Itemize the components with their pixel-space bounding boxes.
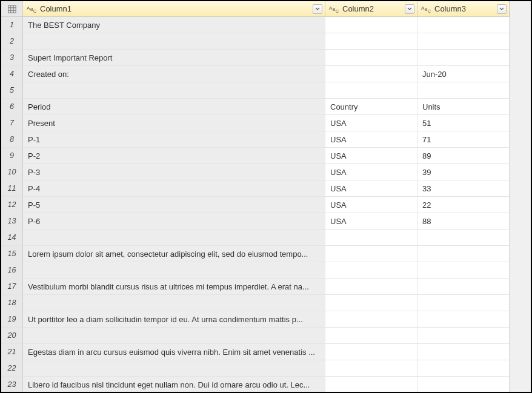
table-cell[interactable] (325, 328, 417, 344)
table-cell[interactable]: USA (325, 131, 417, 148)
column-filter-button[interactable] (497, 4, 507, 14)
table-cell[interactable]: Lorem ipsum dolor sit amet, consectetur … (23, 246, 325, 262)
table-corner[interactable] (1, 1, 23, 17)
row-header[interactable]: 10 (1, 164, 23, 180)
table-cell[interactable]: 89 (417, 148, 510, 164)
table-cell[interactable] (325, 311, 417, 328)
vertical-scrollbar-gutter[interactable] (510, 1, 531, 392)
row-header[interactable]: 13 (1, 213, 23, 230)
table-cell[interactable]: Ut porttitor leo a diam sollicitudin tem… (23, 311, 325, 328)
row-header[interactable]: 3 (1, 50, 23, 66)
table-cell[interactable]: P-1 (23, 131, 325, 148)
row-header[interactable]: 14 (1, 230, 23, 246)
table-cell[interactable] (417, 50, 510, 66)
table-cell[interactable]: Created on: (23, 66, 325, 82)
column-filter-button[interactable] (405, 4, 414, 14)
table-cell[interactable] (417, 230, 510, 246)
table-cell[interactable]: USA (325, 180, 417, 197)
table-cell[interactable] (417, 246, 510, 262)
row-header[interactable]: 5 (1, 82, 23, 99)
table-cell[interactable]: The BEST Company (23, 17, 325, 33)
row-header[interactable]: 20 (1, 328, 23, 344)
table-cell[interactable] (417, 295, 510, 311)
table-cell[interactable] (417, 377, 510, 392)
table-cell[interactable] (417, 311, 510, 328)
row-header[interactable]: 7 (1, 115, 23, 131)
table-cell[interactable]: 71 (417, 131, 510, 148)
table-cell[interactable] (325, 360, 417, 377)
table-cell[interactable]: P-5 (23, 197, 325, 213)
row-header[interactable]: 9 (1, 148, 23, 164)
table-cell[interactable]: Vestibulum morbi blandit cursus risus at… (23, 279, 325, 295)
row-header[interactable]: 15 (1, 246, 23, 262)
table-cell[interactable] (23, 295, 325, 311)
table-cell[interactable] (23, 328, 325, 344)
table-cell[interactable] (23, 262, 325, 279)
table-cell[interactable]: USA (325, 197, 417, 213)
table-cell[interactable] (23, 82, 325, 99)
table-cell[interactable] (325, 377, 417, 392)
row-header[interactable]: 16 (1, 262, 23, 279)
row-header[interactable]: 23 (1, 377, 23, 392)
row-header[interactable]: 2 (1, 33, 23, 50)
table-cell[interactable] (417, 17, 510, 33)
row-header[interactable]: 1 (1, 17, 23, 33)
table-cell[interactable]: 88 (417, 213, 510, 230)
table-cell[interactable]: Egestas diam in arcu cursus euismod quis… (23, 344, 325, 360)
column-type-indicator[interactable]: ABC (329, 5, 340, 13)
table-cell[interactable]: Supert Important Report (23, 50, 325, 66)
table-cell[interactable] (417, 82, 510, 99)
table-cell[interactable]: USA (325, 213, 417, 230)
table-cell[interactable] (417, 279, 510, 295)
column-filter-button[interactable] (313, 4, 322, 14)
column-header-1[interactable]: ABCColumn1 (23, 1, 325, 17)
table-cell[interactable]: USA (325, 164, 417, 180)
table-cell[interactable] (23, 360, 325, 377)
row-header[interactable]: 18 (1, 295, 23, 311)
table-cell[interactable]: P-3 (23, 164, 325, 180)
row-header[interactable]: 19 (1, 311, 23, 328)
table-cell[interactable]: Libero id faucibus nisl tincidunt eget n… (23, 377, 325, 392)
table-cell[interactable]: Period (23, 99, 325, 115)
table-cell[interactable]: P-2 (23, 148, 325, 164)
table-cell[interactable] (325, 279, 417, 295)
table-cell[interactable] (325, 230, 417, 246)
table-cell[interactable] (23, 230, 325, 246)
row-header[interactable]: 22 (1, 360, 23, 377)
table-cell[interactable]: Jun-20 (417, 66, 510, 82)
table-cell[interactable] (23, 33, 325, 50)
column-type-indicator[interactable]: ABC (421, 5, 432, 13)
table-cell[interactable]: P-4 (23, 180, 325, 197)
table-cell[interactable] (325, 50, 417, 66)
table-cell[interactable] (417, 328, 510, 344)
table-cell[interactable]: P-6 (23, 213, 325, 230)
table-cell[interactable] (417, 344, 510, 360)
table-cell[interactable] (325, 262, 417, 279)
row-header[interactable]: 17 (1, 279, 23, 295)
table-cell[interactable] (417, 262, 510, 279)
row-header[interactable]: 11 (1, 180, 23, 197)
table-cell[interactable]: Units (417, 99, 510, 115)
table-cell[interactable]: 33 (417, 180, 510, 197)
table-cell[interactable] (325, 246, 417, 262)
table-cell[interactable]: Country (325, 99, 417, 115)
row-header[interactable]: 8 (1, 131, 23, 148)
table-cell[interactable]: Present (23, 115, 325, 131)
table-cell[interactable] (325, 82, 417, 99)
column-header-2[interactable]: ABCColumn2 (325, 1, 417, 17)
table-cell[interactable] (325, 344, 417, 360)
column-header-3[interactable]: ABCColumn3 (417, 1, 510, 17)
row-header[interactable]: 4 (1, 66, 23, 82)
row-header[interactable]: 12 (1, 197, 23, 213)
table-cell[interactable]: USA (325, 115, 417, 131)
table-cell[interactable]: 22 (417, 197, 510, 213)
table-cell[interactable] (325, 295, 417, 311)
table-cell[interactable] (325, 17, 417, 33)
table-cell[interactable] (417, 360, 510, 377)
table-cell[interactable]: USA (325, 148, 417, 164)
table-cell[interactable] (417, 33, 510, 50)
row-header[interactable]: 21 (1, 344, 23, 360)
table-cell[interactable]: 51 (417, 115, 510, 131)
table-cell[interactable]: 39 (417, 164, 510, 180)
table-cell[interactable] (325, 66, 417, 82)
